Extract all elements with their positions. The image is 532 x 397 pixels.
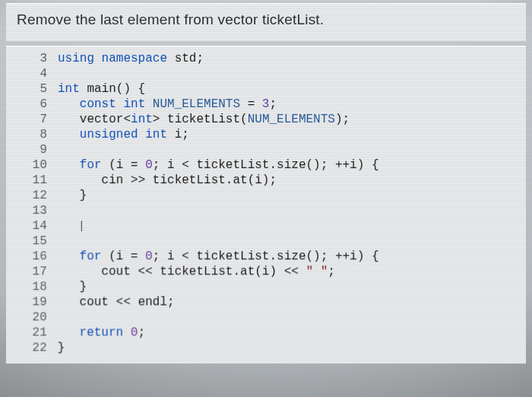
code-token: ; [138,326,145,339]
code-line: 8 unsigned int i; [9,127,523,142]
code-token: ; [269,97,277,111]
code-line: 20 [9,310,524,325]
code-token: ( [240,113,248,126]
code-text: cout << endl; [58,294,524,310]
code-text: const int NUM_ELEMENTS = 3; [58,97,523,112]
code-line: 16 for (i = 0; i < ticketList.size(); ++… [9,249,524,264]
code-line: 22} [9,340,524,355]
code-panel: 3using namespace std;45int main() {6 con… [6,46,527,364]
line-number: 17 [9,264,58,279]
code-token [58,173,102,187]
code-text: cin >> ticketList.at(i); [58,173,523,188]
code-line: 9 [9,142,523,157]
code-text: unsigned int i; [58,127,523,142]
code-token: ; [182,128,189,141]
code-line: 4 [9,66,523,81]
code-token: ; i < ticketList.size(); ++i) { [153,158,379,172]
code-line: 6 const int NUM_ELEMENTS = 3; [9,97,523,112]
line-number: 15 [9,233,58,249]
code-line: 17 cout << ticketList.at(i) << " "; [9,264,524,279]
code-token: < [123,113,131,126]
code-line: 5int main() { [9,81,523,97]
code-token [58,189,80,202]
code-text: for (i = 0; i < ticketList.size(); ++i) … [58,157,523,173]
prompt-panel: Remove the last element from vector tick… [6,3,526,41]
line-number: 20 [9,310,58,325]
code-line: 12 } [9,188,523,203]
code-token [58,97,80,111]
code-line: 19 cout << endl; [9,294,524,310]
code-token: ; [167,295,175,309]
code-token: for [80,158,109,172]
code-token: } [58,341,65,354]
line-number: 9 [9,142,58,157]
code-token: () { [116,82,145,96]
code-token: ticketList [160,113,240,126]
code-token: cin [101,173,123,187]
code-token: = [240,97,262,111]
line-number: 18 [9,279,58,294]
line-number: 12 [9,188,58,203]
code-token: NUM_ELEMENTS [153,97,240,111]
code-line: 10 for (i = 0; i < ticketList.size(); ++… [9,157,523,173]
code-token: } [80,189,87,202]
line-number: 4 [9,66,58,81]
code-token: std [175,52,197,65]
line-number: 11 [9,173,58,188]
code-token: (i = [109,158,145,172]
code-token [58,128,80,141]
code-token: main [87,82,116,96]
code-token: << ticketList.at(i) << [131,265,306,278]
code-token: ; [328,265,335,278]
code-token: for [80,249,109,263]
code-token: cout [101,265,130,278]
line-number: 5 [9,81,58,97]
code-token [58,295,80,309]
code-token [58,265,102,278]
code-token [58,219,80,233]
code-token: cout [80,295,109,309]
code-text: return 0; [58,325,524,340]
code-token: unsigned int [80,128,175,141]
line-number: 6 [9,97,58,112]
code-token: << [109,295,138,309]
line-number: 16 [9,249,58,264]
code-text: using namespace std; [58,51,523,66]
line-number: 10 [9,157,58,173]
line-number: 19 [9,294,58,310]
code-token: 0 [145,249,153,263]
code-line: 13 [9,203,524,218]
line-number: 8 [9,127,58,142]
code-text: } [58,188,523,203]
code-token: vector [80,113,124,126]
code-token: >> ticketList.at(i); [123,173,277,187]
code-line: 15 [9,233,524,249]
code-line: 21 return 0; [9,325,524,340]
line-number: 13 [9,203,58,218]
code-token: endl [138,295,166,309]
code-token: NUM_ELEMENTS [248,113,335,126]
code-text: for (i = 0; i < ticketList.size(); ++i) … [58,249,524,264]
code-token: ; i < ticketList.size(); ++i) { [153,249,379,263]
line-number: 3 [9,51,58,66]
line-number: 7 [9,112,58,127]
code-token: const int [80,97,153,111]
line-number: 14 [9,218,58,233]
code-token: ); [335,113,350,126]
code-text: } [58,279,524,294]
code-line: 14 [9,218,524,233]
code-token [58,280,80,294]
code-line: 11 cin >> ticketList.at(i); [9,173,523,188]
screenshot-frame: Remove the last element from vector tick… [0,0,532,397]
code-line: 7 vector<int> ticketList(NUM_ELEMENTS); [9,112,523,127]
code-token: " " [306,265,328,278]
code-line: 18 } [9,279,524,294]
code-text [58,218,523,233]
code-token: 0 [145,158,153,172]
prompt-text: Remove the last element from vector tick… [17,11,515,28]
code-token: int [131,113,153,126]
code-text: int main() { [58,81,523,97]
code-token: using [58,52,102,65]
code-token: i [175,128,182,141]
code-token: } [80,280,87,294]
